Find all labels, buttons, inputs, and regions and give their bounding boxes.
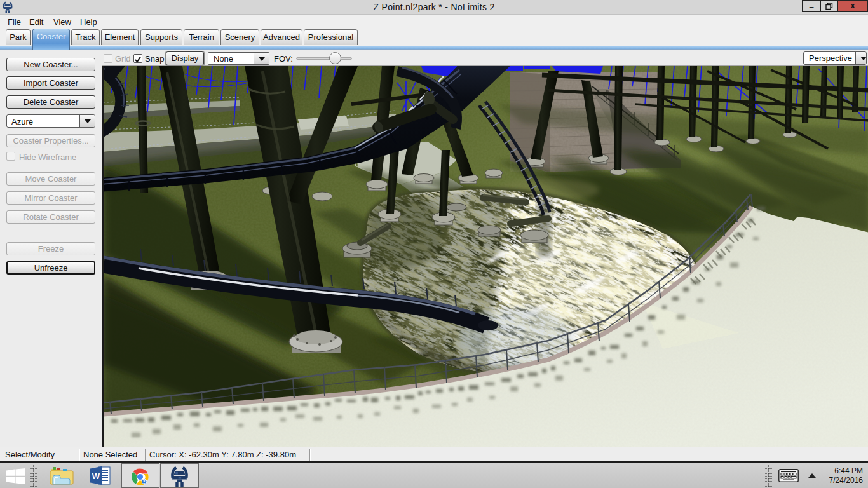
svg-text:W: W: [92, 471, 100, 481]
